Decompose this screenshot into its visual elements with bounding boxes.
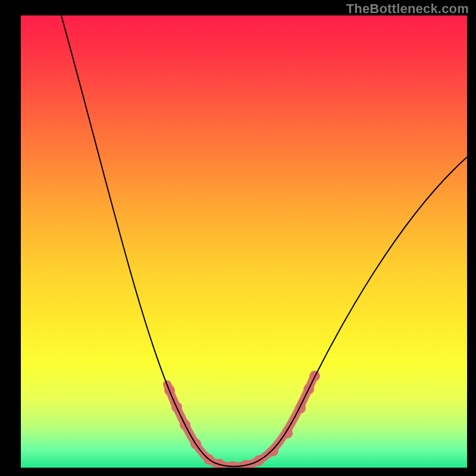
curve-svg	[21, 15, 467, 468]
valley-highlight-dot	[295, 403, 306, 414]
plot-area	[21, 15, 467, 468]
bottleneck-curve	[61, 15, 467, 466]
chart-container: TheBottleneck.com	[0, 0, 476, 476]
valley-highlight-dot	[268, 446, 278, 456]
watermark-text: TheBottleneck.com	[346, 1, 469, 17]
valley-highlight-group	[164, 371, 320, 468]
